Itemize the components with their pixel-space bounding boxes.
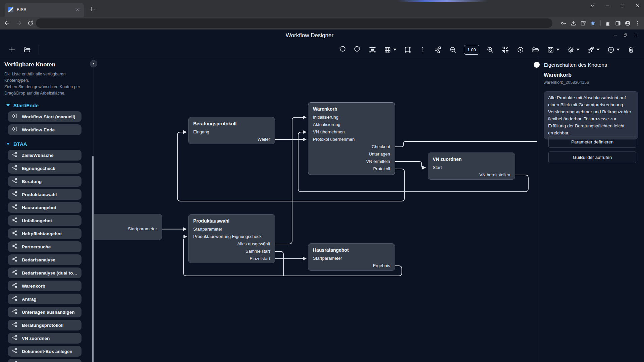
palette-item-workflow-start-manuell-[interactable]: Workflow-Start (manuell) bbox=[8, 111, 82, 122]
side-panel-icon[interactable] bbox=[615, 20, 621, 26]
output-port[interactable]: Checkout bbox=[313, 143, 390, 150]
dropdown-caret-icon[interactable] bbox=[596, 49, 600, 51]
input-port[interactable]: Startparameter bbox=[313, 255, 390, 262]
input-port[interactable]: Produktauswertung Eignungscheck bbox=[193, 233, 270, 240]
workflow-node-vn-zuordnen[interactable]: VN zuordnenStartVN bereitstellen bbox=[428, 153, 515, 180]
profile-icon[interactable] bbox=[625, 20, 631, 26]
palette-item-antrag[interactable]: Antrag bbox=[8, 294, 82, 304]
palette-item-beratung[interactable]: Beratung bbox=[8, 176, 82, 187]
extensions-icon[interactable] bbox=[605, 20, 611, 26]
palette-item-haftpflichtangebot[interactable]: Haftpflichtangebot bbox=[8, 228, 82, 239]
output-port[interactable]: Weiter bbox=[193, 136, 270, 143]
zoom-in-button[interactable] bbox=[483, 43, 498, 56]
palette-item-eignungscheck[interactable]: Eignungscheck bbox=[8, 163, 82, 174]
zoom-out-button[interactable] bbox=[445, 43, 461, 56]
app-close-icon[interactable] bbox=[633, 33, 638, 38]
input-port[interactable]: Startparameter bbox=[193, 226, 270, 233]
reload-icon[interactable] bbox=[26, 19, 35, 27]
edge bbox=[275, 117, 303, 244]
input-port[interactable]: Initialisierung bbox=[313, 114, 390, 121]
app-restore-icon[interactable] bbox=[623, 33, 628, 38]
input-port[interactable]: Eingang bbox=[193, 128, 270, 136]
palette-item-partial[interactable] bbox=[8, 359, 82, 362]
tab-close-icon[interactable] bbox=[74, 7, 80, 13]
output-port[interactable]: Unterlagen bbox=[313, 150, 390, 158]
palette-item-unfallangebot[interactable]: Unfallangebot bbox=[8, 215, 82, 226]
dropdown-caret-icon[interactable] bbox=[576, 49, 580, 51]
download-icon[interactable] bbox=[570, 20, 577, 26]
output-port[interactable]: VN ermitteln bbox=[313, 158, 390, 165]
workflow-node-start[interactable]: Startparameter bbox=[94, 214, 162, 240]
palette-item-warenkorb[interactable]: Warenkorb bbox=[8, 281, 82, 291]
open-folder-button[interactable] bbox=[19, 43, 35, 56]
key-icon[interactable] bbox=[560, 20, 567, 26]
undo-button[interactable] bbox=[335, 43, 350, 56]
workflow-node-beratungsprotokoll[interactable]: BeratungsprotokollEingangWeiter bbox=[188, 117, 275, 144]
grid-button[interactable] bbox=[380, 43, 400, 56]
output-port[interactable]: Ergebnis bbox=[313, 262, 390, 269]
palette-item-vn-zuordnen[interactable]: VN zuordnen bbox=[8, 333, 82, 344]
define-parameters-button[interactable]: Parameter definieren bbox=[548, 136, 636, 148]
palette-item-workflow-ende[interactable]: Workflow-Ende bbox=[8, 124, 82, 135]
compress-button[interactable] bbox=[498, 43, 513, 56]
panel-toggle-dot[interactable] bbox=[534, 62, 540, 68]
add-circle-button[interactable] bbox=[603, 43, 624, 56]
palette-item-bedarfsanalyse-dual-to-[interactable]: Bedarfsanalyse (dual to… bbox=[8, 267, 82, 278]
input-port[interactable]: Protokol übernehmen bbox=[313, 136, 390, 143]
selection-button[interactable] bbox=[400, 43, 415, 56]
browser-chevron-down-icon[interactable] bbox=[589, 3, 595, 9]
back-icon[interactable] bbox=[3, 19, 11, 27]
input-port[interactable]: Aktualisierung bbox=[313, 121, 390, 128]
output-port[interactable]: Sammelstart bbox=[193, 248, 270, 255]
trash-button[interactable] bbox=[624, 43, 639, 56]
browser-close-icon[interactable] bbox=[635, 3, 641, 9]
output-port[interactable]: Startparameter bbox=[94, 225, 157, 233]
browser-maximize-icon[interactable] bbox=[620, 3, 626, 9]
save-button[interactable] bbox=[543, 43, 563, 56]
share-icon[interactable] bbox=[580, 20, 586, 26]
zoom-level-input[interactable]: 1.00 bbox=[464, 45, 479, 55]
palette-item-beratungsprotokoll[interactable]: Beratungsprotokoll bbox=[8, 320, 82, 330]
dropdown-caret-icon[interactable] bbox=[393, 49, 396, 51]
palette-item-produktauswahl[interactable]: Produktauswahl bbox=[8, 189, 82, 200]
palette-item-bedarfsanalyse[interactable]: Bedarfsanalyse bbox=[8, 254, 82, 265]
section-header-btaa[interactable]: BTAA bbox=[6, 141, 89, 147]
workflow-node-warenkorb[interactable]: WarenkorbInitialisierungAktualisierungVN… bbox=[308, 102, 395, 175]
browser-tab[interactable]: BISS bbox=[5, 3, 84, 17]
palette-item-dokument-box-anlegen[interactable]: Dokument-Box anlegen bbox=[8, 346, 82, 357]
settings-button[interactable] bbox=[563, 43, 583, 56]
hierarchy-button[interactable] bbox=[430, 43, 445, 56]
dropdown-caret-icon[interactable] bbox=[556, 49, 559, 51]
forward-icon[interactable] bbox=[14, 19, 23, 27]
new-tab-button[interactable] bbox=[88, 5, 97, 13]
browser-minimize-icon[interactable] bbox=[604, 3, 610, 9]
fit-view-button[interactable] bbox=[365, 43, 380, 56]
app-minimize-icon[interactable] bbox=[613, 33, 618, 38]
output-port[interactable]: Alles ausgewählt bbox=[193, 240, 270, 248]
workflow-node-hausratangebot[interactable]: HausratangebotStartparameterErgebnis bbox=[308, 243, 395, 271]
address-bar[interactable] bbox=[36, 18, 552, 28]
workflow-node-produktauswahl[interactable]: ProduktauswahlStartparameterProduktauswe… bbox=[188, 214, 275, 263]
palette-item-hausratangebot[interactable]: Hausratangebot bbox=[8, 202, 82, 213]
output-port[interactable]: Einzelstart bbox=[193, 255, 270, 262]
workflow-canvas[interactable]: StartparameterBeratungsprotokollEingangW… bbox=[94, 57, 537, 362]
palette-item-ziele-w-nsche[interactable]: Ziele/Wünsche bbox=[8, 150, 82, 161]
info-button[interactable] bbox=[415, 43, 430, 56]
menu-icon[interactable] bbox=[634, 20, 641, 26]
add-button[interactable] bbox=[4, 43, 19, 56]
input-port[interactable]: Start bbox=[433, 164, 510, 171]
dropdown-caret-icon[interactable] bbox=[616, 49, 620, 51]
input-port[interactable]: VN übernehmen bbox=[313, 128, 390, 136]
palette-item-unterlagen-aush-ndigen[interactable]: Unterlagen aushändigen bbox=[8, 307, 82, 317]
open-guibuilder-button[interactable]: GuiBuilder aufrufen bbox=[548, 152, 636, 163]
sidebar-collapse-button[interactable] bbox=[90, 60, 97, 67]
record-button[interactable] bbox=[513, 43, 528, 56]
palette-item-partnersuche[interactable]: Partnersuche bbox=[8, 241, 82, 252]
rocket-button[interactable] bbox=[583, 43, 603, 56]
redo-button[interactable] bbox=[350, 43, 365, 56]
output-port[interactable]: Protokoll bbox=[313, 165, 390, 173]
output-port[interactable]: VN bereitstellen bbox=[433, 171, 510, 179]
section-header-start-ende[interactable]: Start/Ende bbox=[6, 102, 89, 108]
open-folder-button[interactable] bbox=[528, 43, 543, 56]
star-icon[interactable] bbox=[590, 20, 596, 26]
